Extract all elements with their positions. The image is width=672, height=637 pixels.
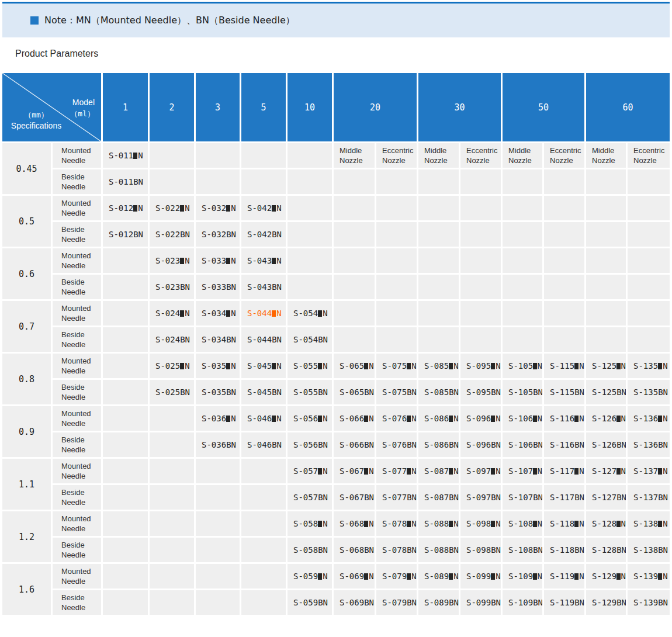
model-cell-S-056BN: S-056BN bbox=[287, 432, 332, 457]
model-cell-S-135BN: S-135BN bbox=[628, 380, 670, 404]
model-cell-S-054MN: S-054MN bbox=[287, 301, 332, 326]
model-cell-S-106BN: S-106BN bbox=[503, 432, 542, 457]
model-cell bbox=[287, 275, 332, 299]
model-cell-S-043BN: S-043BN bbox=[241, 275, 286, 299]
model-cell bbox=[103, 590, 148, 615]
model-cell-S-069BN: S-069BN bbox=[334, 590, 375, 615]
model-cell-S-126MN: S-126MN bbox=[586, 406, 626, 431]
model-cell bbox=[196, 143, 240, 168]
mounted-needle-label: MountedNeedle bbox=[53, 564, 101, 588]
model-cell bbox=[376, 196, 417, 220]
corner-spec-label: （mm）Specifications bbox=[9, 109, 63, 131]
model-cell-S-109MN: S-109MN bbox=[503, 564, 542, 588]
spec-cell-0.8: 0.8 bbox=[2, 354, 51, 404]
model-cell bbox=[150, 564, 194, 588]
model-cell-S-108BN: S-108BN bbox=[503, 538, 542, 562]
model-cell-S-067BN: S-067BN bbox=[334, 485, 375, 510]
spec-cell-1.1: 1.1 bbox=[2, 459, 51, 510]
model-cell-S-099BN: S-099BN bbox=[460, 590, 501, 615]
model-cell bbox=[150, 169, 194, 194]
eccentric-nozzle-label: EccentricNozzle bbox=[376, 143, 417, 168]
model-cell bbox=[196, 459, 240, 483]
block-glyph: M bbox=[616, 573, 620, 580]
model-cell bbox=[460, 196, 501, 220]
block-glyph: M bbox=[533, 573, 536, 580]
model-cell bbox=[544, 169, 584, 194]
block-glyph: M bbox=[180, 258, 184, 264]
corner-model-label: Model（ml） bbox=[70, 96, 95, 120]
model-cell-S-137BN: S-137BN bbox=[628, 485, 670, 510]
model-cell-S-046MN: S-046MN bbox=[241, 406, 286, 431]
model-cell bbox=[628, 301, 670, 326]
page: Note：MN（Mounted Needle）、BN（Beside Needle… bbox=[2, 0, 670, 615]
header-col-30: 30 bbox=[418, 73, 501, 141]
block-glyph: M bbox=[616, 363, 620, 369]
model-cell-S-077BN: S-077BN bbox=[376, 485, 417, 510]
block-glyph: M bbox=[574, 521, 579, 527]
model-cell-S-115BN: S-115BN bbox=[544, 380, 584, 404]
header-col-1: 1 bbox=[103, 73, 148, 141]
model-cell-S-078BN: S-078BN bbox=[376, 538, 417, 562]
model-cell bbox=[586, 169, 626, 194]
model-cell bbox=[150, 485, 194, 510]
model-cell-S-055BN: S-055BN bbox=[287, 380, 332, 404]
model-cell bbox=[103, 275, 148, 299]
model-cell-S-045MN: S-045MN bbox=[241, 354, 286, 378]
block-glyph: M bbox=[574, 416, 579, 422]
model-cell bbox=[103, 564, 148, 588]
beside-needle-label: BesideNeedle bbox=[53, 169, 101, 194]
model-cell bbox=[586, 301, 626, 326]
model-cell-S-033BN: S-033BN bbox=[196, 275, 240, 299]
model-cell-S-125BN: S-125BN bbox=[586, 380, 626, 404]
model-cell-S-139MN: S-139MN bbox=[628, 564, 670, 588]
model-cell bbox=[586, 327, 626, 352]
model-cell-S-058MN: S-058MN bbox=[287, 511, 332, 536]
model-cell bbox=[418, 301, 459, 326]
mounted-needle-label: MountedNeedle bbox=[53, 248, 101, 273]
model-cell-S-119MN: S-119MN bbox=[544, 564, 584, 588]
model-cell bbox=[103, 432, 148, 457]
block-glyph: M bbox=[364, 363, 368, 369]
model-cell-S-088MN: S-088MN bbox=[418, 511, 459, 536]
model-cell bbox=[287, 169, 332, 194]
beside-needle-label: BesideNeedle bbox=[53, 432, 101, 457]
beside-needle-label: BesideNeedle bbox=[53, 380, 101, 404]
model-cell-S-057BN: S-057BN bbox=[287, 485, 332, 510]
model-cell bbox=[544, 301, 584, 326]
model-cell bbox=[150, 143, 194, 168]
model-cell bbox=[628, 196, 670, 220]
block-glyph: M bbox=[449, 416, 453, 422]
model-cell bbox=[460, 248, 501, 273]
model-cell-S-089BN: S-089BN bbox=[418, 590, 459, 615]
block-glyph: M bbox=[533, 521, 536, 527]
model-cell-S-022MN: S-022MN bbox=[150, 196, 194, 220]
model-cell-S-065BN: S-065BN bbox=[334, 380, 375, 404]
model-cell-S-116MN: S-116MN bbox=[544, 406, 584, 431]
header-col-10: 10 bbox=[287, 73, 332, 141]
model-cell bbox=[241, 143, 286, 168]
block-glyph: M bbox=[226, 416, 230, 422]
eccentric-nozzle-label: EccentricNozzle bbox=[460, 143, 501, 168]
block-glyph: M bbox=[658, 468, 662, 475]
model-cell-S-108MN: S-108MN bbox=[503, 511, 542, 536]
model-cell-S-098MN: S-098MN bbox=[460, 511, 501, 536]
block-glyph: M bbox=[318, 521, 322, 527]
block-glyph: M bbox=[318, 310, 322, 317]
model-cell bbox=[334, 301, 375, 326]
block-glyph: M bbox=[491, 468, 495, 475]
model-cell bbox=[241, 564, 286, 588]
model-cell bbox=[150, 538, 194, 562]
model-cell bbox=[628, 275, 670, 299]
model-cell-S-012MN: S-012MN bbox=[103, 196, 148, 220]
middle-nozzle-label: MiddleNozzle bbox=[586, 143, 626, 168]
block-glyph: M bbox=[616, 468, 620, 475]
model-cell-S-105BN: S-105BN bbox=[503, 380, 542, 404]
model-cell-S-044MN: S-044MN bbox=[241, 301, 286, 326]
block-glyph: M bbox=[272, 363, 276, 369]
model-cell-S-032MN: S-032MN bbox=[196, 196, 240, 220]
block-glyph: M bbox=[226, 258, 230, 264]
model-cell bbox=[503, 248, 542, 273]
model-cell bbox=[544, 196, 584, 220]
model-cell bbox=[376, 327, 417, 352]
eccentric-nozzle-label: EccentricNozzle bbox=[544, 143, 584, 168]
